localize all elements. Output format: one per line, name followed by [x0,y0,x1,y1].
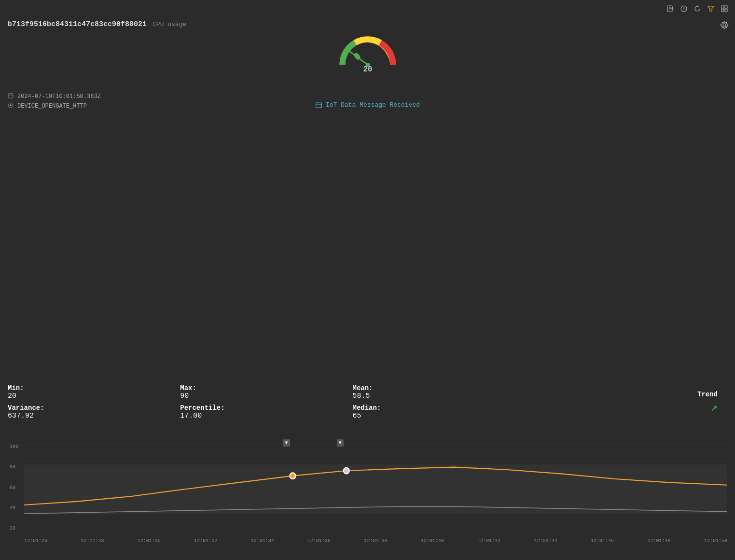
x-label-3: 12:01:32 [194,538,217,544]
x-label-12: 12:01:50 [704,538,727,544]
x-label-6: 12:01:38 [364,538,387,544]
min-label: Min: [8,384,180,392]
source-value: DEVICE_OPENGATE_HTTP [17,103,87,110]
timestamp-value: 2024-07-10T10:01:50.383Z [17,93,101,100]
x-label-8: 12:01:42 [477,538,500,544]
svg-rect-19 [8,94,13,98]
x-label-5: 12:01:36 [307,538,331,544]
svg-rect-12 [721,9,724,12]
x-label-4: 12:01:34 [251,538,274,544]
y-label-100: 100 [10,444,18,449]
cpu-label: CPU usage [153,21,186,28]
stats-section: Min: 20 Variance: 637.92 Max: 90 Percent… [0,384,735,420]
stat-mean-group: Mean: 58.5 Median: 65 [353,384,525,420]
variance-value: 637.92 [8,412,180,420]
min-value: 20 [8,392,180,400]
orange-dot [290,473,295,479]
datetime-section: 2024-07-10T10:01:50.383Z DEVICE_OPENGATE… [8,93,101,112]
max-value: 90 [180,392,352,400]
median-value: 65 [353,412,525,420]
device-id: b713f9516bc84311c47c83cc90f88021 [8,20,147,28]
chart-svg [24,444,727,531]
gauge-container: 20 [334,33,402,71]
gauge-svg: 20 [334,28,402,76]
svg-rect-25 [316,103,321,108]
x-label-9: 12:01:44 [534,538,557,544]
orange-tooltip: ▼ [283,439,290,447]
svg-rect-11 [725,6,727,8]
chart-area: 100 80 60 40 20 [0,434,735,546]
source-row: DEVICE_OPENGATE_HTTP [8,102,101,110]
svg-rect-10 [721,6,724,8]
gray-dot [344,468,349,474]
x-label-2: 12:01:30 [138,538,161,544]
y-label-40: 40 [10,505,18,511]
mean-value: 58.5 [353,392,525,400]
mean-label: Mean: [353,384,525,392]
trend-group: Trend ↗ [697,384,727,420]
gray-tooltip: ▼ [337,439,344,447]
chart-svg-container: ▼ ▼ [24,444,727,531]
x-label-11: 12:01:48 [647,538,670,544]
percentile-label: Percentile: [180,404,352,412]
y-label-20: 20 [10,526,18,531]
max-label: Max: [180,384,352,392]
device-header: b713f9516bc84311c47c83cc90f88021 CPU usa… [8,20,186,28]
x-label-7: 12:01:40 [421,538,444,544]
y-axis: 100 80 60 40 20 [10,444,18,531]
stat-max-group: Max: 90 Percentile: 17.00 [180,384,352,420]
svg-marker-8 [697,5,699,7]
clock-icon[interactable] [679,4,689,14]
y-label-60: 60 [10,485,18,490]
x-label-1: 12:01:28 [81,538,104,544]
svg-text:20: 20 [363,65,372,74]
stat-min-group: Min: 20 Variance: 637.92 [8,384,180,420]
x-label-10: 12:01:46 [591,538,614,544]
grid-icon[interactable] [720,4,729,14]
svg-point-14 [723,24,726,27]
svg-rect-34 [24,464,727,514]
refresh-icon[interactable] [693,4,702,14]
chart-inner: 100 80 60 40 20 [0,434,735,546]
message-icon [315,102,322,109]
x-axis: 12:01:26 12:01:28 12:01:30 12:01:32 12:0… [24,538,727,544]
svg-rect-13 [725,9,727,12]
trend-label: Trend [697,391,718,398]
iot-message[interactable]: IoT Data Message Received [315,101,420,109]
export-icon[interactable] [666,4,675,14]
source-icon [8,102,14,110]
calendar-icon [8,93,14,100]
svg-marker-9 [708,6,714,11]
iot-message-label: IoT Data Message Received [326,101,420,109]
timestamp-row: 2024-07-10T10:01:50.383Z [8,93,101,100]
median-label: Median: [353,404,525,412]
top-bar [660,0,735,17]
percentile-value: 17.00 [180,412,352,420]
settings-icon[interactable] [720,20,729,32]
trend-arrow-icon: ↗ [711,400,718,414]
variance-label: Variance: [8,404,180,412]
y-label-80: 80 [10,464,18,470]
svg-point-24 [10,104,12,106]
filter-icon[interactable] [706,4,716,14]
x-label-0: 12:01:26 [24,538,47,544]
svg-rect-0 [667,6,672,12]
stat-empty-group [525,384,697,420]
